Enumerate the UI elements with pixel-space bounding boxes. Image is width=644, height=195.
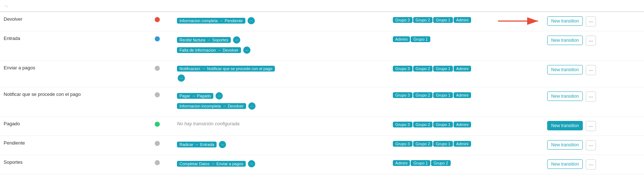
estado-name: Entrada	[4, 36, 20, 41]
more-options-button[interactable]: ···	[586, 140, 596, 150]
transition-more-btn[interactable]: ···	[219, 141, 226, 148]
cell-grupos: Grupo 3Grupo 2Grupo 1Admini	[389, 87, 544, 117]
transition-tag[interactable]: Informacion incompleta→Devolver	[177, 103, 246, 109]
cell-transicion: Recibir factura→Soportes ··· Falta de in…	[173, 31, 363, 61]
cell-estado: Notificar que se procede con el pago	[0, 87, 151, 117]
workflow-table-container: ↑↓	[0, 0, 644, 174]
cell-estado: Pagado	[0, 117, 151, 136]
table-row: Soportes Completar Datos→Enviar a pagos …	[0, 155, 644, 174]
transition-tag[interactable]: Notificacion→Notificar que se procede co…	[177, 66, 275, 72]
new-transition-button[interactable]: New transition	[547, 65, 583, 74]
group-tag: Grupo 1	[411, 160, 430, 166]
new-transition-button[interactable]: New transition	[547, 92, 583, 101]
group-tag: Grupo 1	[433, 92, 453, 98]
table-row: Pendiente Radicar→Entrada ··· Grupo 3Gru…	[0, 136, 644, 155]
tipo-dot	[155, 160, 160, 165]
cell-grupos: Grupo 3Grupo 2Grupo 1Admini	[389, 12, 544, 31]
table-row: Pagado No hay transición configurada Gru…	[0, 117, 644, 136]
cell-tiempo	[376, 12, 389, 31]
transition-row: Completar Datos→Enviar a pagos ···	[177, 159, 359, 168]
group-tag: Grupo 2	[413, 92, 433, 98]
cell-transicion: Notificacion→Notificar que se procede co…	[173, 61, 363, 87]
cell-estado: Devolver	[0, 12, 151, 31]
transition-row: Informacion completa→Pendiente ···	[177, 16, 359, 25]
cell-grupos: AdminiGrupo 1Grupo 2	[389, 155, 544, 174]
cell-tiempo	[376, 155, 389, 174]
group-tag: Grupo 2	[413, 66, 433, 72]
cell-acciones: New transition ···	[544, 61, 644, 87]
cell-estado: Enviar a pagos	[0, 61, 151, 87]
group-tag: Admini	[393, 160, 410, 166]
sort-icon-estado[interactable]: ↑↓	[4, 4, 8, 8]
group-tag: Admini	[454, 92, 471, 98]
cell-grupos: Grupo 3Grupo 2Grupo 1Admini	[389, 61, 544, 87]
transition-tag[interactable]: Radicar→Entrada	[177, 142, 217, 147]
cell-tiempo	[376, 87, 389, 117]
group-tag: Admini	[454, 122, 471, 127]
tipo-dot	[155, 36, 160, 41]
transition-more-btn[interactable]: ···	[216, 92, 223, 99]
new-transition-button[interactable]: New transition	[547, 159, 583, 169]
actions-container: New transition ···	[547, 121, 640, 131]
transition-more-btn[interactable]: ···	[248, 17, 255, 24]
transition-more-btn[interactable]: ···	[248, 102, 256, 110]
cell-estado: Entrada	[0, 31, 151, 61]
transition-tag[interactable]: Pagar→Pagado	[177, 93, 213, 99]
cell-transicion: Informacion completa→Pendiente ···	[173, 12, 363, 31]
header-tiempo	[376, 0, 389, 12]
new-transition-button[interactable]: New transition	[547, 16, 583, 26]
cell-tipo	[151, 155, 173, 174]
tipo-dot	[155, 66, 160, 71]
cell-tipo	[151, 117, 173, 136]
cell-transicion: No hay transición configurada	[173, 117, 363, 136]
transition-more-btn[interactable]: ···	[243, 46, 250, 54]
cell-tiempo	[376, 61, 389, 87]
estado-name: Pendiente	[4, 140, 25, 146]
new-transition-button[interactable]: New transition	[547, 140, 583, 150]
cell-descripcion	[363, 87, 376, 117]
estado-name: Devolver	[4, 16, 22, 22]
transition-extra-more-btn[interactable]: ···	[178, 74, 185, 82]
transition-tag[interactable]: Informacion completa→Pendiente	[177, 18, 245, 24]
group-tag: Grupo 2	[431, 160, 451, 166]
more-options-button[interactable]: ···	[586, 121, 596, 131]
transition-row: Informacion incompleta→Devolver ···	[177, 102, 359, 110]
actions-container: New transition ···	[547, 92, 640, 102]
new-transition-button[interactable]: New transition	[547, 121, 583, 130]
more-options-button[interactable]: ···	[586, 159, 596, 170]
transition-tag[interactable]: Falta de informacion→Devolver	[177, 47, 241, 53]
transition-tag[interactable]: Completar Datos→Enviar a pagos	[177, 161, 246, 167]
transition-more-btn[interactable]: ···	[233, 36, 240, 44]
group-tag: Grupo 2	[413, 141, 433, 147]
header-descripcion	[363, 0, 376, 12]
cell-estado: Pendiente	[0, 136, 151, 155]
actions-container: New transition ···	[547, 65, 640, 75]
more-options-button[interactable]: ···	[586, 16, 596, 27]
transition-row: Recibir factura→Soportes ···	[177, 36, 359, 44]
actions-container: New transition ···	[547, 159, 640, 170]
more-options-button[interactable]: ···	[586, 92, 596, 102]
cell-tipo	[151, 61, 173, 87]
group-tag: Admini	[454, 66, 471, 72]
cell-descripcion	[363, 12, 376, 31]
header-tipo	[151, 0, 173, 12]
new-transition-button[interactable]: New transition	[547, 36, 583, 45]
cell-acciones: New transition ···	[544, 87, 644, 117]
cell-descripcion	[363, 155, 376, 174]
transition-more-btn[interactable]: ···	[248, 160, 255, 167]
transition-row: Notificacion→Notificar que se procede co…	[177, 65, 359, 72]
group-tag: Grupo 3	[393, 92, 412, 98]
transition-tag[interactable]: Recibir factura→Soportes	[177, 37, 231, 43]
no-transition-text: No hay transición configurada	[177, 121, 240, 126]
more-options-button[interactable]: ···	[586, 36, 596, 46]
cell-estado: Soportes	[0, 155, 151, 174]
cell-grupos: Grupo 3Grupo 2Grupo 1Admini	[389, 117, 544, 136]
cell-acciones: New transition ···	[544, 136, 644, 155]
more-options-button[interactable]: ···	[586, 65, 596, 75]
tipo-dot	[155, 17, 160, 22]
cell-tipo	[151, 31, 173, 61]
cell-acciones: New transition ···	[544, 12, 644, 31]
cell-descripcion	[363, 31, 376, 61]
transition-row: Radicar→Entrada ···	[177, 140, 359, 149]
estado-name: Pagado	[4, 121, 20, 126]
